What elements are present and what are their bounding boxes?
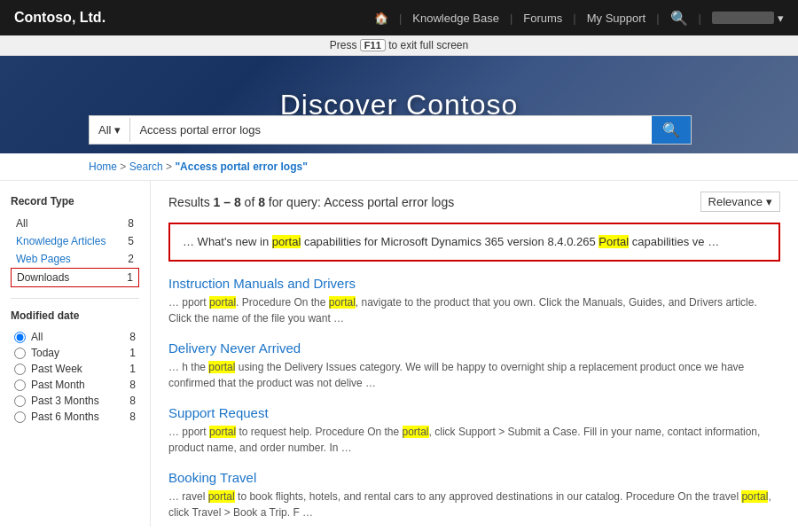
date-past-6-months-label: Past 6 Months [31, 411, 99, 423]
result-title-4[interactable]: Booking Travel [168, 470, 780, 485]
filter-all[interactable]: All 8 [11, 215, 139, 232]
filter-all-label: All [16, 217, 27, 230]
result-title-2[interactable]: Delivery Never Arrived [168, 340, 780, 356]
relevance-chevron-icon: ▾ [766, 195, 772, 208]
search-type-label: All [98, 123, 111, 137]
date-past-3-months-label: Past 3 Months [31, 395, 99, 407]
modified-date-title: Modified date [11, 309, 139, 322]
date-radio-past-week[interactable] [14, 364, 26, 375]
user-name-label [712, 12, 774, 24]
nav-forums[interactable]: Forums [523, 12, 562, 25]
date-radio-all[interactable] [14, 332, 26, 343]
chevron-down-icon: ▾ [778, 12, 784, 25]
result-snippet-3: … pport portal to request help. Procedur… [168, 424, 780, 456]
filter-wp-label: Web Pages [16, 253, 71, 265]
breadcrumb-search[interactable]: Search [129, 160, 163, 173]
date-past-3-months-count: 8 [129, 395, 136, 407]
highlighted-snippet-text: … What's new in portal capabilities for … [183, 235, 719, 248]
top-navigation: Contoso, Ltd. 🏠 | Knowledge Base | Forum… [0, 0, 798, 35]
breadcrumb: Home > Search > "Access portal error log… [0, 153, 798, 181]
result-snippet-2: … h the portal using the Delivery Issues… [168, 359, 780, 391]
date-today-label: Today [31, 347, 59, 359]
result-title-3[interactable]: Support Request [168, 405, 780, 420]
filter-ka-label: Knowledge Articles [16, 235, 106, 247]
date-all-label: All [31, 331, 43, 343]
search-type-dropdown[interactable]: All ▾ [90, 118, 130, 142]
main-content: Record Type All 8 Knowledge Articles 5 W… [0, 181, 798, 527]
date-all-count: 8 [129, 331, 136, 343]
result-item-4: Booking Travel … ravel portal to book fl… [168, 470, 780, 520]
results-area: Results 1 – 8 of 8 for query: Access por… [151, 181, 798, 527]
home-icon[interactable]: 🏠 [374, 12, 388, 25]
filter-web-pages[interactable]: Web Pages 2 [11, 250, 139, 268]
breadcrumb-sep1: > [120, 160, 129, 173]
dropdown-chevron-icon: ▾ [114, 123, 121, 137]
hero-section: Discover Contoso All ▾ 🔍 [0, 56, 798, 153]
user-menu[interactable]: ▾ [712, 12, 784, 25]
result-item-1: Instruction Manuals and Drivers … pport … [168, 276, 780, 326]
result-title-1[interactable]: Instruction Manuals and Drivers [168, 276, 780, 291]
date-radio-today[interactable] [14, 348, 26, 359]
f11-text-after: to exit full screen [386, 39, 468, 51]
f11-key: F11 [360, 39, 386, 51]
date-filter-past-3-months[interactable]: Past 3 Months 8 [11, 393, 139, 409]
results-summary: Results 1 – 8 of 8 for query: Access por… [168, 195, 454, 209]
relevance-dropdown[interactable]: Relevance ▾ [700, 192, 780, 212]
highlight-portal-1: portal [272, 235, 301, 248]
result-snippet-4: … ravel portal to book flights, hotels, … [168, 489, 780, 520]
sidebar-divider [11, 298, 139, 299]
breadcrumb-home[interactable]: Home [89, 160, 117, 173]
breadcrumb-sep2: > [166, 160, 175, 173]
date-past-6-months-count: 8 [129, 411, 136, 423]
date-past-week-label: Past Week [31, 363, 82, 375]
search-input[interactable] [130, 118, 652, 142]
sidebar: Record Type All 8 Knowledge Articles 5 W… [0, 181, 151, 527]
date-past-week-count: 1 [129, 363, 136, 375]
date-radio-past-6-months[interactable] [14, 411, 26, 423]
highlight-portal-2: Portal [598, 235, 629, 248]
f11-banner: Press F11 to exit full screen [0, 35, 798, 56]
filter-all-count: 8 [128, 217, 134, 230]
date-filter-all[interactable]: All 8 [11, 329, 139, 345]
search-icon[interactable]: 🔍 [670, 10, 688, 27]
search-button[interactable]: 🔍 [652, 116, 691, 144]
results-header: Results 1 – 8 of 8 for query: Access por… [168, 192, 780, 212]
nav-knowledge-base[interactable]: Knowledge Base [412, 12, 499, 25]
breadcrumb-current: "Access portal error logs" [175, 160, 307, 173]
result-item-2: Delivery Never Arrived … h the portal us… [168, 340, 780, 391]
date-today-count: 1 [129, 347, 136, 359]
filter-downloads[interactable]: Downloads 1 [11, 268, 139, 287]
date-filter-past-month[interactable]: Past Month 8 [11, 377, 139, 393]
f11-text-before: Press [330, 39, 360, 51]
brand-logo: Contoso, Ltd. [14, 10, 106, 26]
highlighted-result: … What's new in portal capabilities for … [168, 223, 780, 262]
filter-ka-count: 5 [128, 235, 134, 247]
date-radio-past-3-months[interactable] [14, 395, 26, 407]
record-type-title: Record Type [11, 195, 139, 207]
result-item-3: Support Request … pport portal to reques… [168, 405, 780, 456]
date-radio-past-month[interactable] [14, 379, 26, 391]
relevance-label: Relevance [708, 195, 763, 208]
date-filter-today[interactable]: Today 1 [11, 345, 139, 361]
filter-wp-count: 2 [128, 253, 134, 265]
search-bar: All ▾ 🔍 [89, 115, 692, 145]
nav-links: 🏠 | Knowledge Base | Forums | My Support… [374, 10, 784, 27]
filter-dl-count: 1 [127, 271, 133, 284]
search-bar-container: All ▾ 🔍 [0, 115, 798, 145]
date-filter-past-week[interactable]: Past Week 1 [11, 361, 139, 377]
result-snippet-1: … pport portal. Procedure On the portal,… [168, 294, 780, 326]
nav-my-support[interactable]: My Support [587, 12, 645, 25]
date-filter-past-6-months[interactable]: Past 6 Months 8 [11, 409, 139, 425]
date-past-month-label: Past Month [31, 379, 85, 391]
date-past-month-count: 8 [129, 379, 136, 391]
filter-dl-label: Downloads [17, 271, 69, 284]
filter-knowledge-articles[interactable]: Knowledge Articles 5 [11, 232, 139, 250]
